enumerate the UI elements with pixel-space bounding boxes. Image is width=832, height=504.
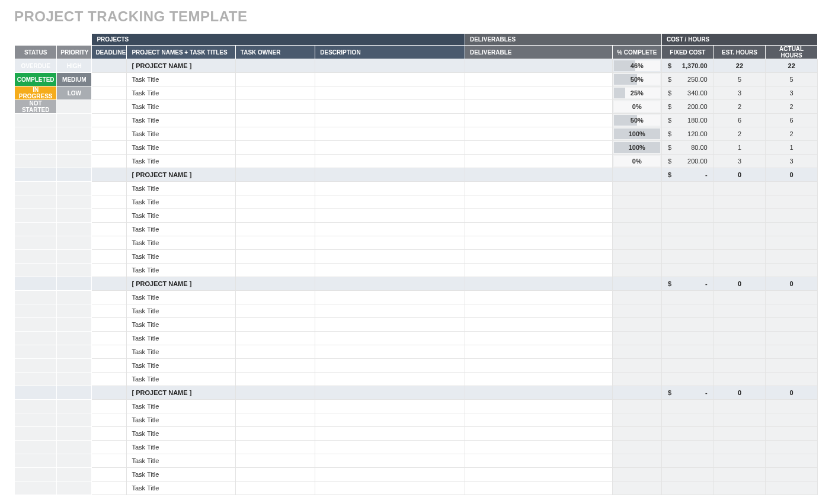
deadline-cell[interactable] (92, 427, 127, 441)
pct-cell[interactable] (612, 413, 662, 427)
pct-cell[interactable] (612, 373, 662, 386)
cost-cell[interactable]: 340.00 (662, 86, 714, 100)
desc-cell[interactable] (315, 73, 465, 86)
cost-cell[interactable] (662, 250, 714, 264)
owner-cell[interactable] (235, 195, 315, 209)
act-cell[interactable] (766, 454, 818, 468)
owner-cell[interactable] (235, 332, 315, 345)
desc-cell[interactable] (315, 100, 465, 114)
hdr-project[interactable]: PROJECT NAMES + TASK TITLES (127, 46, 235, 59)
owner-cell[interactable] (235, 250, 315, 264)
desc-cell[interactable] (315, 427, 465, 441)
cost-cell[interactable] (662, 304, 714, 318)
desc-cell[interactable] (315, 454, 465, 468)
pct-cell[interactable] (612, 468, 662, 481)
task-title[interactable]: Task Title (127, 291, 235, 304)
desc-cell[interactable] (315, 318, 465, 332)
act-cell[interactable] (766, 304, 818, 318)
est-cell[interactable] (713, 264, 766, 277)
desc-cell[interactable] (315, 413, 465, 427)
desc-cell[interactable] (315, 441, 465, 454)
desc-cell[interactable] (315, 468, 465, 481)
est-cell[interactable] (713, 481, 766, 495)
owner-cell[interactable] (235, 454, 315, 468)
pct-cell[interactable] (612, 291, 662, 304)
desc-cell[interactable] (315, 345, 465, 359)
deadline-cell[interactable] (92, 100, 127, 114)
task-title[interactable]: Task Title (127, 141, 235, 155)
pct-cell[interactable]: 50% (612, 114, 662, 127)
deadline-cell[interactable] (92, 59, 127, 73)
deadline-cell[interactable] (92, 277, 127, 291)
deadline-cell[interactable] (92, 182, 127, 195)
deadline-cell[interactable] (92, 264, 127, 277)
hdr-status[interactable]: STATUS (15, 46, 57, 59)
pct-cell[interactable]: 46% (612, 59, 662, 73)
act-cell[interactable] (766, 195, 818, 209)
deliv-cell[interactable] (465, 127, 612, 141)
owner-cell[interactable] (235, 264, 315, 277)
desc-cell[interactable] (315, 291, 465, 304)
deliv-cell[interactable] (465, 86, 612, 100)
deadline-cell[interactable] (92, 209, 127, 223)
task-title[interactable]: Task Title (127, 332, 235, 345)
act-cell[interactable] (766, 468, 818, 481)
pct-cell[interactable] (612, 400, 662, 413)
task-title[interactable]: Task Title (127, 373, 235, 386)
pct-cell[interactable] (612, 481, 662, 495)
est-cell[interactable] (713, 236, 766, 250)
hdr-pct[interactable]: % COMPLETE (612, 46, 662, 59)
act-cell[interactable]: 3 (766, 155, 818, 168)
pct-cell[interactable] (612, 277, 662, 291)
pct-cell[interactable]: 100% (612, 127, 662, 141)
deliv-cell[interactable] (465, 114, 612, 127)
pct-cell[interactable]: 0% (612, 155, 662, 168)
deadline-cell[interactable] (92, 318, 127, 332)
desc-cell[interactable] (315, 277, 465, 291)
task-title[interactable]: Task Title (127, 304, 235, 318)
deliv-cell[interactable] (465, 359, 612, 373)
owner-cell[interactable] (235, 73, 315, 86)
est-cell[interactable]: 3 (713, 155, 766, 168)
cost-cell[interactable] (662, 182, 714, 195)
cost-cell[interactable] (662, 413, 714, 427)
owner-cell[interactable] (235, 481, 315, 495)
owner-cell[interactable] (235, 386, 315, 400)
act-cell[interactable] (766, 359, 818, 373)
hdr-act[interactable]: ACTUAL HOURS (766, 46, 818, 59)
cost-cell[interactable] (662, 400, 714, 413)
cost-cell[interactable]: 180.00 (662, 114, 714, 127)
deliv-cell[interactable] (465, 427, 612, 441)
deadline-cell[interactable] (92, 441, 127, 454)
deadline-cell[interactable] (92, 373, 127, 386)
cost-cell[interactable]: 120.00 (662, 127, 714, 141)
owner-cell[interactable] (235, 127, 315, 141)
cost-cell[interactable]: 1,370.00 (662, 59, 714, 73)
pct-cell[interactable] (612, 441, 662, 454)
act-cell[interactable] (766, 373, 818, 386)
hdr-deadline[interactable]: DEADLINE (92, 46, 127, 59)
owner-cell[interactable] (235, 277, 315, 291)
task-title[interactable]: Task Title (127, 209, 235, 223)
pct-cell[interactable]: 25% (612, 86, 662, 100)
act-cell[interactable]: 22 (766, 59, 818, 73)
deadline-cell[interactable] (92, 345, 127, 359)
est-cell[interactable]: 0 (713, 277, 766, 291)
task-title[interactable]: Task Title (127, 481, 235, 495)
act-cell[interactable]: 2 (766, 127, 818, 141)
desc-cell[interactable] (315, 141, 465, 155)
desc-cell[interactable] (315, 114, 465, 127)
deadline-cell[interactable] (92, 386, 127, 400)
desc-cell[interactable] (315, 373, 465, 386)
hdr-priority[interactable]: PRIORITY (57, 46, 92, 59)
task-title[interactable]: Task Title (127, 427, 235, 441)
est-cell[interactable] (713, 468, 766, 481)
owner-cell[interactable] (235, 100, 315, 114)
desc-cell[interactable] (315, 386, 465, 400)
pct-cell[interactable] (612, 454, 662, 468)
deliv-cell[interactable] (465, 73, 612, 86)
owner-cell[interactable] (235, 168, 315, 182)
hdr-est[interactable]: EST. HOURS (713, 46, 766, 59)
est-cell[interactable] (713, 332, 766, 345)
cost-cell[interactable] (662, 236, 714, 250)
